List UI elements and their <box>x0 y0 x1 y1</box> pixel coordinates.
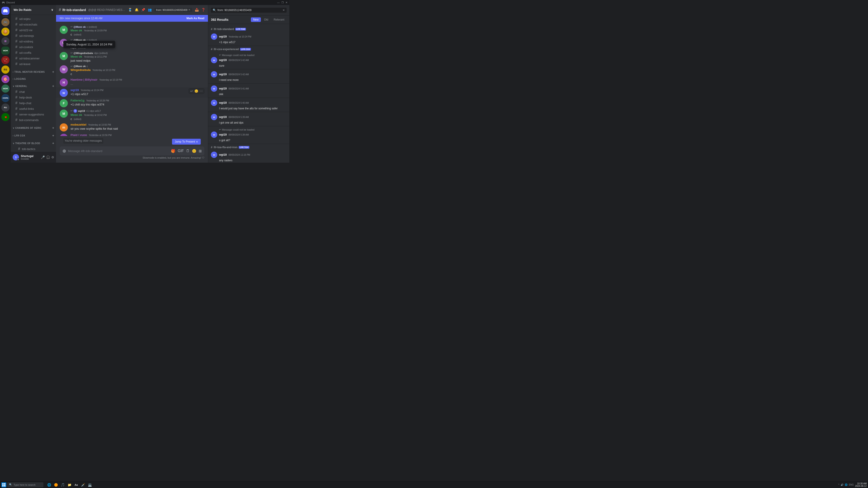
sticker-icon[interactable]: 🗒 <box>186 149 190 153</box>
server-icon-7[interactable]: 🎯 <box>1 75 9 83</box>
message-actions: ↩ 😊 ⋯ <box>189 88 204 94</box>
add-channel-button[interactable]: + <box>52 70 54 74</box>
category-lfr-cox[interactable]: › LFR COX + <box>11 131 56 138</box>
server-icon-rs[interactable]: RS <box>1 66 9 74</box>
members-icon[interactable]: 👥 <box>148 8 152 12</box>
list-item[interactable]: w wgt19 Yesterday at 10:24 PM +1 rdps w5… <box>208 32 289 46</box>
search-close-button[interactable]: ✕ <box>283 8 285 12</box>
channel-item-ud-tobscammer[interactable]: # ud-tobscammer <box>12 56 55 61</box>
list-item[interactable]: w wgt19 08/05/2024 11:16 PM any raiders <box>208 150 289 163</box>
help-icon[interactable]: ❓ <box>202 8 205 12</box>
result-time: 08/09/2024 5:40 AM <box>228 102 249 104</box>
channel-item-ud-coxffa[interactable]: # ud-coxffa <box>12 50 55 55</box>
reply-icon: ↩ <box>70 109 72 112</box>
search-tabs: New Old Relevant <box>251 18 287 22</box>
notification-icon[interactable]: 🔔 <box>135 8 138 12</box>
server-icon-runelite[interactable]: RU <box>1 103 9 111</box>
list-item[interactable]: ↩ Message could not be loaded w wgt19 08… <box>208 52 289 69</box>
message-text: ... <box>70 82 204 86</box>
channel-item-tob-tactics[interactable]: # tob-tactics <box>12 146 55 152</box>
channel-item-help-desk[interactable]: # help-desk <box>12 95 55 100</box>
channel-item-ud-minreqs[interactable]: # ud-minreqs <box>12 33 55 38</box>
channel-item-ud-sojeu[interactable]: # ud-sojeu <box>12 16 55 22</box>
channel-item-server-suggestions[interactable]: # server-suggestions <box>12 111 55 117</box>
pin-icon[interactable]: 📌 <box>141 8 145 12</box>
category-tob[interactable]: ∨ THEATRE OF BLOOD + <box>11 138 56 146</box>
tab-relevant[interactable]: Relevant <box>272 18 287 22</box>
server-icon-3[interactable]: 👾 <box>1 37 9 45</box>
result-author: wgt19 <box>219 153 227 156</box>
server-icon-5[interactable]: 🏹 <box>1 56 9 64</box>
avatar: H <box>60 78 68 87</box>
add-attachment-button[interactable]: ⊕ <box>62 148 66 154</box>
thread-icon[interactable]: 🧵 <box>128 8 132 12</box>
channel-item-bot-commands[interactable]: # bot-commands <box>12 117 55 123</box>
add-channel-button-lfrcox[interactable]: + <box>52 134 54 137</box>
gift-icon[interactable]: 🎁 <box>171 149 176 153</box>
channel-item-useful-links[interactable]: # useful-links <box>12 106 55 111</box>
result-text: any raiders <box>219 159 287 162</box>
message-text: c <box>70 72 204 76</box>
hash-icon: # <box>16 22 18 26</box>
chat-input[interactable] <box>68 149 169 153</box>
server-icon-wdr[interactable]: WDR <box>1 46 9 55</box>
list-item[interactable]: w wgt19 08/09/2024 5:42 AM i need one mo… <box>208 69 289 84</box>
more-options-button[interactable]: ⋯ <box>199 89 203 93</box>
apps-icon[interactable]: ⊞ <box>199 149 202 153</box>
server-icon-discord-home[interactable] <box>1 7 9 15</box>
channel-item-help-chat[interactable]: # help-chat <box>12 100 55 106</box>
server-icon-shurtugal[interactable]: 🇵🇹 <box>1 113 9 121</box>
avatar: M <box>60 52 68 60</box>
hash-icon: # <box>211 146 213 149</box>
maximize-button[interactable]: ❐ <box>281 1 284 4</box>
jump-to-present-button[interactable]: Jump To Present ∨ <box>172 139 201 144</box>
message-author: Hawtime | Billyinair <box>70 78 97 81</box>
inbox-icon[interactable]: 📥 <box>195 8 199 12</box>
table-row: m mobezekiel Yesterday at 10:56 PM sir y… <box>56 122 208 132</box>
tab-new[interactable]: New <box>251 18 261 22</box>
server-separator <box>3 16 8 17</box>
channel-item-chat[interactable]: # chat <box>12 89 55 94</box>
message-text: +1 rdps w517 <box>70 92 204 96</box>
list-item[interactable]: w wgt19 08/09/2024 5:40 AM I would just … <box>208 98 289 112</box>
settings-icon[interactable]: ⚙ <box>51 156 54 159</box>
microphone-icon[interactable]: 🎤 <box>41 156 45 159</box>
chat-input-wrapper: ⊕ 🎁 GIF 🗒 😊 ⊞ <box>60 147 204 156</box>
close-button[interactable]: ✕ <box>285 1 287 4</box>
add-channel-button-general[interactable]: + <box>52 84 54 88</box>
list-item[interactable]: w wgt19 08/09/2024 5:41 AM okk <box>208 84 289 98</box>
channel-item-ud-leave[interactable]: # ud-leave <box>12 61 55 67</box>
search-clear-icon[interactable]: ✕ <box>188 8 190 11</box>
channel-item-ud-coxkick[interactable]: # ud-coxkick <box>12 44 55 50</box>
server-header[interactable]: We Do Raids ∨ <box>11 5 56 15</box>
channel-item-ud-voidreq[interactable]: # ud-voidreq <box>12 39 55 44</box>
server-icon-2[interactable]: 🍪 <box>1 28 9 36</box>
list-item[interactable]: w wgt19 08/09/2024 5:39 AM i got one alt… <box>208 112 289 126</box>
server-icon-1[interactable]: 🎮 <box>1 18 9 26</box>
add-channel-button-tob[interactable]: + <box>52 141 54 145</box>
chat-main: # lfr-tob-standard @@@ READ PINNED MESSA… <box>56 5 208 163</box>
emoji-button[interactable]: 😊 <box>194 89 198 93</box>
category-general[interactable]: ∨ GENERAL + <box>11 81 56 89</box>
tab-old[interactable]: Old <box>262 18 271 22</box>
channel-item-ud-b22-rw[interactable]: # ud-b22-rw <box>12 27 55 33</box>
new-messages-bar: 68+ new messages since 12:46 AM Mark As … <box>56 15 208 22</box>
add-channel-button-cox[interactable]: + <box>52 126 54 130</box>
headphones-icon[interactable]: 🎧 <box>46 156 50 159</box>
result-time: 08/09/2024 5:41 AM <box>228 88 249 90</box>
gif-icon[interactable]: GIF <box>178 149 184 153</box>
result-time: 08/09/2024 5:38 AM <box>228 133 249 136</box>
message-author: Fatterw1g <box>70 99 84 102</box>
server-icon-8[interactable]: WDR <box>1 85 9 93</box>
react-button[interactable]: ↩ <box>190 89 193 93</box>
category-cox[interactable]: ∨ CHAMBERS OF XERIC + <box>11 123 56 131</box>
minimize-button[interactable]: — <box>277 1 280 4</box>
category-logging[interactable]: › LOGGING <box>11 74 56 81</box>
channel-item-ud-voicechats[interactable]: # ud-voicechats <box>12 22 55 27</box>
list-item[interactable]: ↩ Message could not be loaded w wgt19 08… <box>208 126 289 144</box>
category-trial-mentor-reviews[interactable]: › TRIAL MENTOR REVIEWS + <box>11 67 56 74</box>
server-icon-osrs[interactable]: OSRS <box>1 94 9 102</box>
emoji-icon[interactable]: 😊 <box>192 149 196 153</box>
mark-as-read-button[interactable]: Mark As Read <box>186 17 204 20</box>
message-timestamp: Yesterday at 10:56 PM <box>88 124 111 126</box>
